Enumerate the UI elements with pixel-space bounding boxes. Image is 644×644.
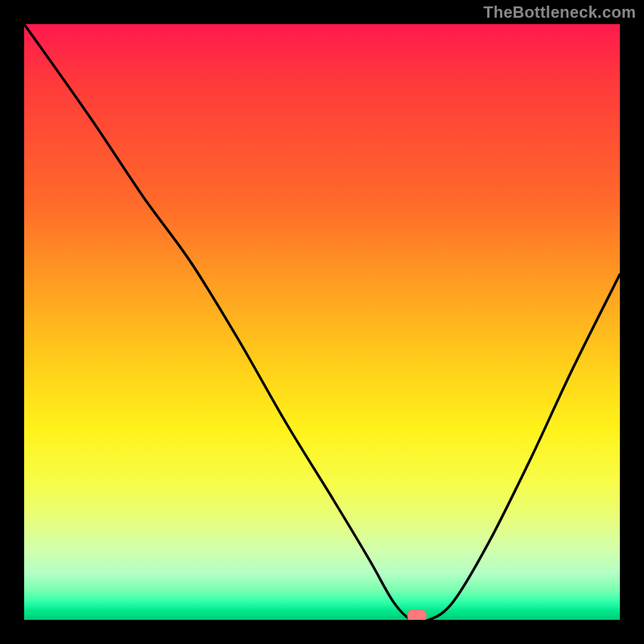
watermark-text: TheBottleneck.com [483,3,636,22]
bottleneck-curve [24,24,620,620]
chart-frame: TheBottleneck.com [0,0,644,644]
optimal-marker [407,609,427,620]
plot-area [24,24,620,620]
